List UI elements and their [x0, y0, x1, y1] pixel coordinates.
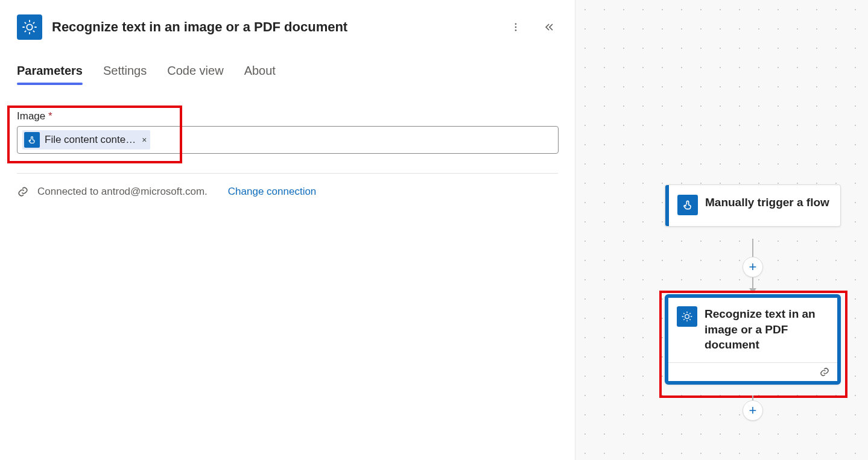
image-input[interactable]: File content conte… ×	[17, 126, 559, 154]
tab-code-view[interactable]: Code view	[167, 64, 223, 84]
svg-point-1	[515, 23, 517, 25]
more-vertical-icon[interactable]	[507, 19, 524, 36]
node-accent	[665, 185, 669, 226]
touch-icon	[677, 195, 698, 215]
svg-point-4	[685, 315, 689, 319]
svg-point-2	[515, 27, 517, 28]
token-text: File content conte…	[45, 134, 136, 146]
close-icon[interactable]: ×	[142, 135, 147, 145]
panel-title: Recognize text in an image or a PDF docu…	[52, 19, 498, 35]
flow-line	[752, 239, 753, 257]
dynamic-content-token[interactable]: File content conte… ×	[22, 130, 150, 150]
tab-label: Settings	[103, 64, 147, 77]
add-step-button[interactable]: +	[743, 257, 763, 277]
details-panel: Recognize text in an image or a PDF docu…	[0, 0, 575, 460]
plus-icon: +	[749, 403, 757, 418]
svg-point-3	[515, 30, 517, 31]
panel-header: Recognize text in an image or a PDF docu…	[17, 14, 558, 40]
ai-circuit-icon	[17, 14, 42, 40]
tab-label: About	[244, 64, 276, 77]
arrow-down-icon	[749, 288, 756, 294]
panel-header-actions	[507, 19, 558, 36]
connection-row: Connected to antrod@microsoft.com. Chang…	[17, 186, 558, 198]
svg-point-0	[27, 24, 32, 30]
field-image: Image * File content conte… ×	[17, 106, 558, 160]
chevron-double-left-icon[interactable]	[541, 19, 558, 36]
connection-text: Connected to antrod@microsoft.com.	[37, 186, 207, 198]
flow-canvas[interactable]: Manually trigger a flow + Recognize text…	[575, 0, 868, 460]
node-title: Recognize text in an image or a PDF docu…	[705, 306, 828, 353]
canvas-node-recognize[interactable]: Recognize text in an image or a PDF docu…	[665, 294, 841, 385]
flow-line	[752, 277, 753, 289]
add-step-button[interactable]: +	[743, 400, 763, 421]
link-icon	[17, 186, 29, 198]
change-connection-link[interactable]: Change connection	[228, 186, 317, 198]
tab-label: Parameters	[17, 64, 83, 77]
field-label: Image *	[17, 110, 552, 122]
ai-circuit-icon	[677, 306, 697, 327]
node-footer	[668, 362, 837, 381]
plus-icon: +	[749, 259, 757, 275]
canvas-node-trigger[interactable]: Manually trigger a flow	[665, 184, 841, 227]
tabstrip: Parameters Settings Code view About	[17, 64, 558, 84]
node-title: Manually trigger a flow	[705, 195, 829, 210]
link-icon	[819, 367, 830, 377]
tab-label: Code view	[167, 64, 223, 77]
field-label-text: Image	[17, 110, 45, 122]
required-mark: *	[48, 110, 52, 122]
touch-icon	[24, 132, 40, 148]
tab-settings[interactable]: Settings	[103, 64, 147, 84]
divider	[17, 173, 558, 174]
tab-parameters[interactable]: Parameters	[17, 64, 83, 84]
tab-about[interactable]: About	[244, 64, 276, 84]
